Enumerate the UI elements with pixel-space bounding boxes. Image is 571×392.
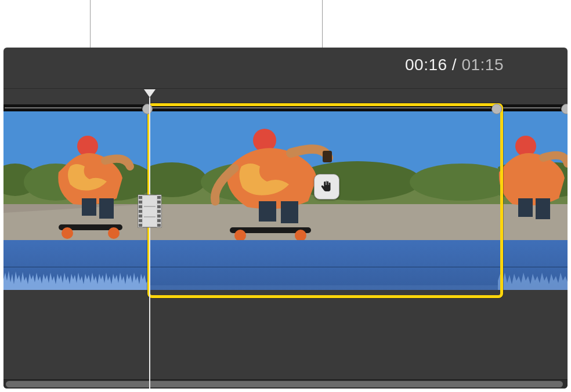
- svg-rect-42: [139, 215, 142, 217]
- svg-rect-39: [139, 201, 142, 204]
- time-separator: /: [447, 56, 462, 74]
- svg-rect-41: [139, 210, 142, 213]
- clip-1[interactable]: [3, 104, 149, 290]
- svg-rect-49: [157, 215, 161, 217]
- svg-rect-44: [139, 224, 142, 227]
- svg-rect-38: [139, 196, 142, 199]
- svg-rect-21: [259, 201, 276, 222]
- hand-icon: [320, 180, 334, 194]
- svg-rect-47: [157, 205, 161, 208]
- time-total: 01:15: [461, 56, 504, 74]
- svg-rect-43: [139, 219, 142, 222]
- svg-rect-48: [157, 210, 161, 213]
- svg-point-12: [108, 227, 120, 239]
- clip-audio-track[interactable]: [3, 240, 149, 290]
- svg-rect-40: [139, 205, 142, 208]
- svg-rect-9: [99, 198, 114, 219]
- clip-audio-track[interactable]: [149, 240, 498, 290]
- hold-frame-indicator[interactable]: [314, 174, 339, 199]
- speed-bar[interactable]: [3, 104, 149, 111]
- scrollbar-thumb[interactable]: [6, 381, 563, 387]
- svg-point-11: [62, 227, 73, 239]
- speed-handle[interactable]: [561, 104, 568, 114]
- speed-bar[interactable]: [498, 104, 568, 111]
- timeline-track[interactable]: [3, 104, 568, 290]
- svg-rect-33: [518, 198, 533, 217]
- clip-thumbnail: [498, 111, 568, 240]
- timeline-ruler[interactable]: [3, 88, 568, 89]
- svg-rect-8: [82, 198, 96, 216]
- clip-audio-track[interactable]: [498, 240, 568, 290]
- svg-rect-26: [323, 151, 332, 162]
- svg-rect-51: [157, 224, 161, 227]
- speed-bar[interactable]: [149, 104, 498, 111]
- timeline-panel: 00:16 / 01:15: [3, 48, 568, 389]
- svg-rect-34: [536, 198, 550, 219]
- clip-thumbnail: [3, 111, 149, 240]
- svg-rect-15: [149, 204, 498, 240]
- horizontal-scrollbar[interactable]: [3, 379, 568, 389]
- timecode-display: 00:16 / 01:15: [405, 56, 504, 74]
- svg-rect-46: [157, 201, 161, 204]
- svg-rect-50: [157, 219, 161, 222]
- speed-handle[interactable]: [142, 104, 153, 114]
- playhead-line: [149, 97, 150, 389]
- svg-rect-45: [157, 196, 161, 199]
- playhead-skimmer-icon: [136, 194, 164, 228]
- time-current: 00:16: [405, 56, 447, 74]
- clip-3[interactable]: [498, 104, 568, 290]
- speed-handle[interactable]: [492, 104, 502, 114]
- svg-rect-22: [281, 201, 298, 223]
